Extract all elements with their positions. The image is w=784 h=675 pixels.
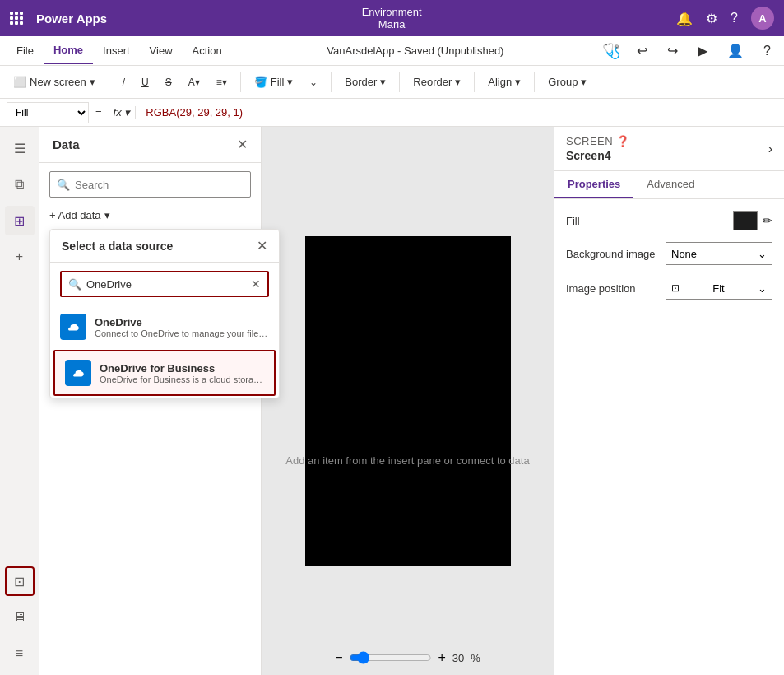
monitor-icon[interactable]: 🖥 (5, 603, 35, 632)
menu-view[interactable]: View (140, 38, 183, 63)
border-button[interactable]: Border ▾ (338, 72, 392, 91)
canvas-area: Add an item from the insert pane or conn… (262, 127, 554, 675)
align-button[interactable]: ≡▾ (210, 73, 234, 91)
health-icon[interactable]: 🩺 (599, 42, 624, 60)
fill-icon: 🪣 (254, 76, 267, 88)
border-chevron: ▾ (380, 76, 386, 88)
reorder-button[interactable]: Reorder ▾ (406, 72, 467, 91)
fill-color-swatch[interactable] (733, 211, 758, 230)
property-dropdown[interactable]: Fill (7, 102, 89, 123)
main-area: ☰ ⧉ ⊞ + ⊡ 🖥 ≡ Data ✕ 🔍 + Add data ▾ Sele… (0, 127, 784, 675)
font-size-button[interactable]: A▾ (182, 73, 206, 91)
data-icon[interactable]: ⊞ (5, 206, 35, 235)
image-position-dropdown[interactable]: ⊡ Fit ⌄ (666, 277, 772, 300)
onedrive-icon (60, 314, 86, 340)
onedrive-info: OneDrive Connect to OneDrive to manage y… (95, 316, 269, 338)
background-image-chevron: ⌄ (758, 248, 767, 260)
data-panel-header: Data ✕ (39, 127, 261, 163)
toolbar-divider-2 (240, 72, 241, 92)
tab-properties[interactable]: Properties (554, 171, 633, 198)
background-image-dropdown[interactable]: None ⌄ (666, 242, 772, 265)
bell-icon[interactable]: 🔔 (676, 11, 693, 26)
fill-label: Fill (566, 215, 580, 227)
toolbar-divider-3 (331, 72, 332, 92)
equals-sign: = (92, 106, 105, 119)
help-menu-button[interactable]: ? (757, 40, 777, 62)
fill-edit-icon[interactable]: ✏ (763, 214, 772, 227)
popup-title: Select a data source (62, 240, 173, 253)
underline-button[interactable]: U (135, 73, 155, 91)
add-data-button[interactable]: + Add data ▾ (49, 206, 251, 225)
onedrive-business-info: OneDrive for Business OneDrive for Busin… (100, 362, 264, 384)
popup-search-box[interactable]: 🔍 ✕ (60, 271, 269, 297)
search-input[interactable] (75, 179, 244, 191)
image-position-chevron: ⌄ (758, 282, 767, 295)
add-icon[interactable]: + (5, 242, 35, 272)
canvas-frame[interactable]: Add an item from the insert pane or conn… (305, 236, 511, 566)
image-position-row: Image position ⊡ Fit ⌄ (566, 277, 772, 300)
settings-icon[interactable]: ⚙ (706, 11, 717, 26)
app-title: VanArsdelApp - Saved (Unpublished) (327, 44, 503, 57)
image-position-value: Fit (712, 282, 724, 295)
screen-help-icon[interactable]: ❓ (616, 135, 630, 147)
image-position-label: Image position (566, 282, 636, 295)
new-screen-button[interactable]: ⬜ New screen ▾ (7, 72, 102, 91)
title-bar-icons: 🔔 ⚙ ? A (676, 7, 774, 30)
strikethrough-button[interactable]: S (159, 73, 179, 91)
connector-onedrive[interactable]: OneDrive Connect to OneDrive to manage y… (50, 305, 279, 348)
align-label: Align (488, 76, 512, 88)
align-dropdown-button[interactable]: Align ▾ (481, 72, 527, 91)
popup-search-clear-button[interactable]: ✕ (251, 277, 261, 291)
image-position-icon: ⊡ (671, 282, 680, 294)
menu-home[interactable]: Home (44, 37, 93, 64)
background-image-label: Background image (566, 248, 655, 260)
onedrive-business-desc: OneDrive for Business is a cloud storage… (100, 375, 264, 384)
connector-onedrive-business[interactable]: OneDrive for Business OneDrive for Busin… (53, 350, 276, 396)
zoom-in-button[interactable]: + (438, 650, 445, 665)
layers-icon[interactable]: ⧉ (5, 170, 35, 199)
environment-label: Environment (362, 6, 422, 18)
zoom-slider[interactable] (349, 651, 431, 664)
group-label: Group (548, 76, 578, 88)
formula-input[interactable] (139, 106, 777, 119)
components-icon[interactable]: ⊡ (5, 566, 35, 596)
popup-close-button[interactable]: ✕ (257, 238, 267, 254)
data-panel-close-button[interactable]: ✕ (237, 137, 248, 152)
zoom-unit: % (471, 652, 480, 664)
data-panel-title: Data (53, 137, 80, 151)
popup-search-input[interactable] (86, 278, 246, 291)
group-button[interactable]: Group ▾ (541, 72, 593, 91)
menu-action[interactable]: Action (183, 38, 232, 63)
chevron-down-toolbar[interactable]: ⌄ (303, 73, 324, 91)
toolbar: ⬜ New screen ▾ / U S A▾ ≡▾ 🪣 Fill ▾ ⌄ Bo… (0, 66, 784, 99)
screen-name: Screen4 (566, 149, 630, 162)
menu-insert[interactable]: Insert (93, 38, 140, 63)
canvas-zoom-bar: − + 30 % (335, 650, 480, 665)
formula-bar: Fill = fx ▾ (0, 99, 784, 127)
menu-bar: File Home Insert View Action VanArsdelAp… (0, 36, 784, 66)
undo-button[interactable]: ↩ (630, 40, 654, 62)
toolbar-divider-1 (109, 72, 109, 92)
menu-file[interactable]: File (7, 38, 44, 63)
background-image-row: Background image None ⌄ (566, 242, 772, 265)
zoom-out-button[interactable]: − (335, 650, 342, 665)
waffle-icon[interactable] (10, 12, 23, 25)
play-button[interactable]: ▶ (691, 40, 714, 62)
data-search-box[interactable]: 🔍 (49, 171, 251, 198)
avatar[interactable]: A (751, 7, 774, 30)
variables-icon[interactable]: ≡ (5, 639, 35, 668)
person-button[interactable]: 👤 (721, 40, 750, 62)
fill-button[interactable]: 🪣 Fill ▾ (248, 72, 300, 91)
text-format-slash[interactable]: / (116, 73, 132, 91)
redo-button[interactable]: ↪ (661, 40, 684, 62)
fill-property-row: Fill ✏ (566, 211, 772, 230)
hamburger-icon[interactable]: ☰ (5, 133, 35, 163)
panel-expand-button[interactable]: › (768, 142, 772, 156)
background-image-value: None (671, 248, 697, 260)
help-icon[interactable]: ? (731, 11, 738, 26)
right-panel-header: SCREEN ❓ Screen4 › (554, 127, 784, 171)
new-screen-icon: ⬜ (13, 76, 26, 88)
fill-value: ✏ (733, 211, 772, 230)
tab-advanced[interactable]: Advanced (633, 171, 707, 198)
reorder-label: Reorder (413, 76, 452, 88)
